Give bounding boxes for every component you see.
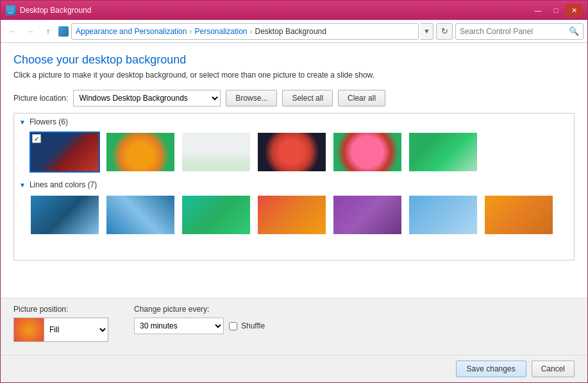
category-flowers: ▼ Flowers (6) ✓	[14, 114, 574, 176]
window-controls: — □ ✕	[530, 4, 582, 17]
thumb-img-f4	[258, 133, 326, 171]
svg-rect-0	[7, 6, 15, 12]
thumb-img-l4	[258, 196, 326, 234]
interval-select[interactable]: 10 seconds 30 seconds 1 minute 2 minutes…	[134, 318, 224, 334]
thumb-img-l6	[409, 196, 477, 234]
picture-position-row: Fill Fit Stretch Tile Center	[13, 318, 108, 342]
bottom-section: Picture position: Fill Fit Stretch Tile …	[1, 298, 587, 355]
thumbnail-l5[interactable]	[332, 194, 403, 235]
thumbnail-l2[interactable]	[105, 194, 176, 235]
window-icon	[6, 5, 16, 15]
category-flowers-header: ▼ Flowers (6)	[19, 117, 569, 126]
search-box: 🔍	[455, 23, 584, 40]
change-every-label: Change picture every:	[134, 305, 265, 314]
thumbnail-f6[interactable]	[408, 132, 478, 173]
svg-rect-1	[8, 12, 13, 13]
thumbnail-f2[interactable]	[105, 132, 176, 173]
breadcrumb-dropdown[interactable]: ▼	[421, 23, 433, 40]
window: Desktop Background — □ ✕ ← → ↑ Appearanc…	[0, 0, 588, 383]
refresh-button[interactable]: ↻	[436, 23, 453, 40]
flowers-thumbnails: ✓	[19, 132, 569, 173]
thumb-img-l2	[106, 196, 174, 234]
category-lines: ▼ Lines and colors (7)	[14, 176, 574, 239]
minimize-button[interactable]: —	[530, 4, 546, 17]
thumbnail-l7[interactable]	[483, 194, 554, 235]
thumbnail-f3[interactable]	[181, 132, 251, 173]
picture-location-row: Picture location: Windows Desktop Backgr…	[13, 90, 575, 106]
page-title: Choose your desktop background	[13, 53, 575, 67]
back-button[interactable]: ←	[4, 24, 20, 39]
subtitle: Click a picture to make it your desktop …	[13, 71, 575, 80]
picture-controls: Picture position: Fill Fit Stretch Tile …	[13, 305, 575, 342]
change-every-control-group: Change picture every: 10 seconds 30 seco…	[134, 305, 265, 334]
position-preview	[13, 318, 44, 342]
breadcrumb: Appearance and Personalization › Persona…	[71, 23, 419, 40]
action-bar: Save changes Cancel	[1, 355, 587, 382]
flowers-label: Flowers (6)	[29, 117, 68, 126]
shuffle-label[interactable]: Shuffle	[241, 321, 265, 330]
search-input[interactable]	[460, 27, 569, 36]
thumb-check-f1: ✓	[32, 134, 41, 143]
location-select[interactable]: Windows Desktop Backgrounds	[73, 90, 221, 106]
up-button[interactable]: ↑	[40, 24, 56, 39]
thumb-img-f5	[333, 133, 401, 171]
location-icon	[58, 26, 69, 37]
cancel-button[interactable]: Cancel	[532, 361, 575, 377]
save-changes-button[interactable]: Save changes	[456, 361, 526, 377]
lines-thumbnails	[19, 194, 569, 235]
change-every-row: 10 seconds 30 seconds 1 minute 2 minutes…	[134, 318, 265, 334]
clear-button[interactable]: Clear all	[338, 90, 385, 106]
thumbnail-l6[interactable]	[408, 194, 478, 235]
breadcrumb-appearance[interactable]: Appearance and Personalization	[76, 27, 187, 36]
lines-label: Lines and colors (7)	[29, 180, 97, 189]
thumb-img-l3	[182, 196, 250, 234]
thumb-img-f6	[409, 133, 477, 171]
breadcrumb-personalization[interactable]: Personalization	[194, 27, 247, 36]
gallery-container[interactable]: ▼ Flowers (6) ✓	[13, 113, 575, 260]
address-bar: ← → ↑ Appearance and Personalization › P…	[1, 20, 587, 43]
search-icon: 🔍	[569, 26, 579, 36]
shuffle-checkbox[interactable]	[229, 322, 237, 330]
flowers-collapse-icon[interactable]: ▼	[19, 119, 26, 126]
select-all-button[interactable]: Select all	[282, 90, 333, 106]
thumb-img-l1	[31, 196, 99, 234]
position-control-group: Picture position: Fill Fit Stretch Tile …	[13, 305, 108, 342]
location-label: Picture location:	[13, 94, 68, 103]
breadcrumb-current: Desktop Background	[255, 27, 326, 36]
thumbnail-f1[interactable]: ✓	[29, 132, 100, 173]
position-select[interactable]: Fill Fit Stretch Tile Center	[44, 318, 108, 342]
thumbnail-l1[interactable]	[29, 194, 100, 235]
thumbnail-l3[interactable]	[181, 194, 251, 235]
thumb-img-f2	[106, 133, 174, 171]
maximize-button[interactable]: □	[548, 4, 564, 17]
forward-button[interactable]: →	[22, 24, 38, 39]
shuffle-row: Shuffle	[229, 321, 265, 330]
lines-collapse-icon[interactable]: ▼	[19, 182, 26, 189]
position-label: Picture position:	[13, 305, 108, 314]
thumbnail-f4[interactable]	[256, 132, 327, 173]
thumb-img-f3	[182, 133, 250, 171]
close-button[interactable]: ✕	[566, 4, 582, 17]
category-lines-header: ▼ Lines and colors (7)	[19, 180, 569, 189]
window-title: Desktop Background	[20, 6, 91, 15]
title-bar-left: Desktop Background	[6, 5, 91, 15]
browse-button[interactable]: Browse...	[226, 90, 277, 106]
thumbnail-l4[interactable]	[256, 194, 327, 235]
main-content: Choose your desktop background Click a p…	[1, 43, 587, 298]
thumb-img-l7	[485, 196, 553, 234]
thumbnail-f5[interactable]	[332, 132, 403, 173]
title-bar: Desktop Background — □ ✕	[1, 1, 587, 20]
thumb-img-l5	[333, 196, 401, 234]
